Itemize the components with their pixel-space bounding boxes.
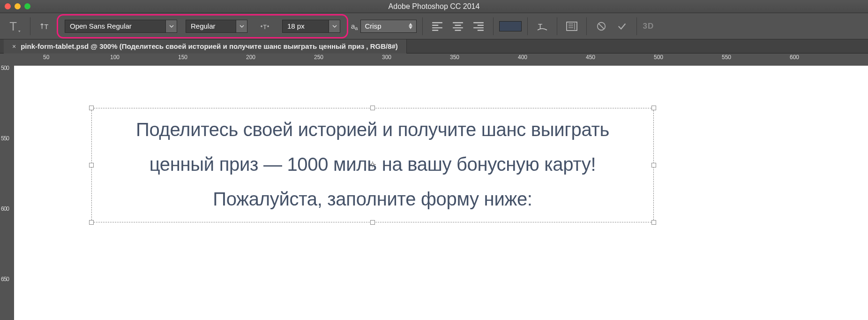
svg-text:T: T — [44, 23, 48, 30]
text-line: Пожалуйста, заполните форму ниже: — [98, 182, 647, 216]
character-panel-button[interactable] — [563, 19, 581, 33]
divider — [422, 17, 423, 35]
ruler-mark: 500 — [1, 66, 7, 71]
divider — [493, 17, 494, 35]
font-size-icon[interactable]: T — [256, 19, 274, 33]
document-tab[interactable]: × pink-form-tablet.psd @ 300% (Поделитес… — [4, 39, 407, 53]
text-bounding-box[interactable]: Поделитесь своей историей и получите шан… — [91, 108, 654, 222]
maximize-window-button[interactable] — [24, 3, 30, 9]
align-center-button[interactable] — [449, 19, 467, 33]
antialias-value: Crisp — [365, 22, 381, 30]
app-title: Adobe Photoshop CC 2014 — [389, 2, 480, 11]
ruler-mark: 200 — [246, 54, 255, 61]
center-anchor-icon[interactable] — [369, 161, 376, 169]
ruler-mark: 350 — [450, 54, 459, 61]
ruler-mark: 600 — [790, 54, 799, 61]
ruler-mark: 250 — [314, 54, 323, 61]
divider — [30, 17, 30, 35]
svg-text:T: T — [9, 20, 17, 33]
font-style-dropdown[interactable]: Regular — [186, 20, 247, 33]
ruler-mark: 50 — [43, 54, 49, 61]
resize-handle[interactable] — [651, 220, 656, 225]
cancel-button[interactable] — [592, 19, 610, 33]
document-tab-title: pink-form-tablet.psd @ 300% (Поделитесь … — [21, 42, 398, 50]
close-tab-icon[interactable]: × — [12, 43, 16, 50]
ruler-mark: 650 — [1, 277, 7, 282]
divider — [636, 17, 637, 35]
window-title-bar: Adobe Photoshop CC 2014 — [0, 0, 868, 13]
close-window-button[interactable] — [5, 3, 11, 9]
resize-handle[interactable] — [89, 106, 94, 110]
text-orientation-toggle[interactable]: T — [36, 19, 54, 33]
text-color-swatch[interactable] — [499, 21, 522, 31]
horizontal-ruler[interactable]: 50 100 150 200 250 300 350 400 450 500 5… — [14, 53, 868, 66]
chevron-down-icon — [236, 20, 247, 33]
font-controls-highlight: Open Sans Regular Regular T 18 px — [57, 14, 348, 38]
canvas-column: 50 100 150 200 250 300 350 400 450 500 5… — [14, 53, 868, 320]
ruler-mark: 550 — [722, 54, 731, 61]
tool-preset-button[interactable]: T — [6, 17, 24, 36]
minimize-window-button[interactable] — [15, 3, 21, 9]
vertical-ruler[interactable]: 500 550 600 650 — [0, 53, 14, 320]
ruler-mark: 600 — [1, 206, 7, 212]
stepper-arrows-icon — [409, 23, 412, 29]
ruler-mark: 100 — [110, 54, 120, 61]
document-tab-strip: × pink-form-tablet.psd @ 300% (Поделитес… — [0, 39, 868, 53]
options-bar: T T Open Sans Regular Regular T 18 px aa… — [0, 13, 868, 39]
font-family-value: Open Sans Regular — [65, 20, 166, 33]
font-style-value: Regular — [186, 20, 236, 33]
chevron-down-icon — [329, 20, 340, 33]
resize-handle[interactable] — [651, 106, 656, 110]
align-right-button[interactable] — [470, 19, 487, 33]
ruler-mark: 400 — [518, 54, 527, 61]
3d-button[interactable]: 3D — [643, 22, 654, 31]
divider — [527, 17, 528, 35]
ruler-mark: 550 — [1, 136, 7, 141]
resize-handle[interactable] — [370, 106, 375, 110]
font-size-value: 18 px — [282, 20, 329, 33]
font-family-dropdown[interactable]: Open Sans Regular — [65, 20, 177, 33]
work-area: 500 550 600 650 50 100 150 200 250 300 3… — [0, 53, 868, 320]
commit-button[interactable] — [613, 19, 631, 33]
resize-handle[interactable] — [89, 163, 94, 168]
ruler-mark: 300 — [382, 54, 391, 61]
svg-text:T: T — [263, 23, 267, 30]
canvas[interactable]: Поделитесь своей историей и получите шан… — [14, 66, 868, 320]
resize-handle[interactable] — [370, 220, 375, 225]
svg-rect-4 — [567, 22, 577, 30]
resize-handle[interactable] — [89, 220, 94, 225]
text-line: Поделитесь своей историей и получите шан… — [98, 112, 647, 147]
font-size-dropdown[interactable]: 18 px — [282, 20, 340, 33]
divider — [586, 17, 587, 35]
chevron-down-icon — [166, 20, 177, 33]
ruler-mark: 450 — [586, 54, 595, 61]
antialias-dropdown[interactable]: Crisp — [360, 20, 417, 33]
window-controls — [5, 3, 30, 9]
warp-text-button[interactable]: T — [533, 19, 551, 33]
ruler-mark: 500 — [654, 54, 663, 61]
divider — [557, 17, 557, 35]
align-left-button[interactable] — [428, 19, 446, 33]
ruler-mark: 150 — [178, 54, 187, 61]
antialias-label: aa — [351, 22, 358, 30]
resize-handle[interactable] — [651, 163, 656, 168]
